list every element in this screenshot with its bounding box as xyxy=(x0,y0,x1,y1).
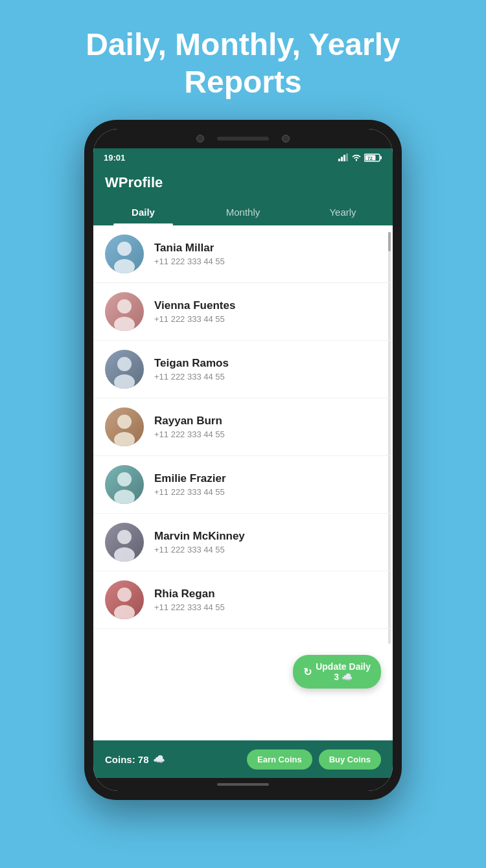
bottom-buttons: Earn Coins Buy Coins xyxy=(247,749,381,770)
contact-info: Teigan Ramos +11 222 333 44 55 xyxy=(154,357,381,382)
contact-list: Tania Millar +11 222 333 44 55 Vienna Fu… xyxy=(93,225,393,740)
home-indicator xyxy=(93,778,393,791)
avatar xyxy=(105,234,144,273)
svg-point-20 xyxy=(117,588,132,602)
avatar xyxy=(105,292,144,331)
update-daily-label: Update Daily 3 ☁️ xyxy=(316,661,371,682)
avatar xyxy=(105,407,144,446)
contact-name: Rayyan Burn xyxy=(154,415,381,428)
list-item[interactable]: Vienna Fuentes +11 222 333 44 55 xyxy=(93,283,393,341)
svg-point-14 xyxy=(117,415,132,429)
contact-name: Emilie Frazier xyxy=(154,472,381,485)
list-item[interactable]: Emilie Frazier +11 222 333 44 55 xyxy=(93,456,393,514)
contact-phone: +11 222 333 44 55 xyxy=(154,372,381,382)
tab-monthly[interactable]: Monthly xyxy=(193,199,293,225)
contact-info: Tania Millar +11 222 333 44 55 xyxy=(154,242,381,266)
tab-yearly[interactable]: Yearly xyxy=(293,199,393,225)
svg-point-19 xyxy=(114,547,135,562)
svg-point-16 xyxy=(117,472,132,486)
wifi-icon xyxy=(351,154,362,161)
svg-rect-2 xyxy=(343,155,345,161)
list-item[interactable]: Rayyan Burn +11 222 333 44 55 xyxy=(93,398,393,456)
svg-text:72: 72 xyxy=(367,156,373,161)
contact-info: Emilie Frazier +11 222 333 44 55 xyxy=(154,472,381,497)
list-item[interactable]: Marvin McKinney +11 222 333 44 55 xyxy=(93,514,393,571)
status-time: 19:01 xyxy=(104,153,125,163)
page-title: Daily, Monthly, YearlyReports xyxy=(47,0,439,120)
contact-name: Vienna Fuentes xyxy=(154,299,381,312)
avatar xyxy=(105,523,144,562)
contact-info: Marvin McKinney +11 222 333 44 55 xyxy=(154,530,381,554)
contact-phone: +11 222 333 44 55 xyxy=(154,429,381,439)
list-item[interactable]: Tania Millar +11 222 333 44 55 xyxy=(93,225,393,283)
app-bar: WProfile xyxy=(93,166,393,199)
svg-point-13 xyxy=(114,374,135,389)
svg-point-9 xyxy=(114,259,135,273)
svg-point-11 xyxy=(114,317,135,331)
tabs-container: Daily Monthly Yearly xyxy=(93,199,393,225)
contact-phone: +11 222 333 44 55 xyxy=(154,314,381,324)
phone-notch xyxy=(93,129,393,148)
battery-icon: 72 xyxy=(364,154,382,162)
app-title: WProfile xyxy=(105,174,163,191)
avatar xyxy=(105,580,144,619)
contact-name: Rhia Regan xyxy=(154,588,381,600)
camera-right-icon xyxy=(282,135,290,143)
tab-daily[interactable]: Daily xyxy=(93,199,193,225)
phone-mockup: 19:01 72 xyxy=(84,120,402,800)
status-icons: 72 xyxy=(338,154,382,162)
list-item[interactable]: Rhia Regan +11 222 333 44 55 xyxy=(93,571,393,629)
coins-label: Coins: 78 ☁️ xyxy=(105,753,165,765)
update-daily-button[interactable]: ↻ Update Daily 3 ☁️ xyxy=(293,655,381,689)
list-item[interactable]: Teigan Ramos +11 222 333 44 55 xyxy=(93,341,393,398)
svg-point-10 xyxy=(117,299,132,314)
contact-phone: +11 222 333 44 55 xyxy=(154,487,381,497)
refresh-icon: ↻ xyxy=(303,666,312,678)
contact-name: Teigan Ramos xyxy=(154,357,381,370)
svg-rect-5 xyxy=(380,156,382,159)
avatar xyxy=(105,350,144,389)
svg-rect-0 xyxy=(338,159,340,161)
buy-coins-button[interactable]: Buy Coins xyxy=(319,749,381,770)
svg-point-18 xyxy=(117,530,132,544)
contact-info: Rayyan Burn +11 222 333 44 55 xyxy=(154,415,381,439)
home-bar xyxy=(217,783,269,786)
contact-info: Rhia Regan +11 222 333 44 55 xyxy=(154,588,381,612)
bottom-bar: Coins: 78 ☁️ Earn Coins Buy Coins xyxy=(93,740,393,778)
signal-icon xyxy=(338,154,349,161)
contact-phone: +11 222 333 44 55 xyxy=(154,257,381,266)
contact-name: Tania Millar xyxy=(154,242,381,255)
camera-left-icon xyxy=(196,135,204,143)
svg-rect-1 xyxy=(341,157,343,161)
svg-point-8 xyxy=(117,242,132,256)
contact-phone: +11 222 333 44 55 xyxy=(154,602,381,612)
status-bar: 19:01 72 xyxy=(93,148,393,166)
avatar xyxy=(105,465,144,504)
svg-point-12 xyxy=(117,357,132,371)
speaker-bar xyxy=(217,137,269,141)
contact-phone: +11 222 333 44 55 xyxy=(154,545,381,554)
svg-point-21 xyxy=(114,605,135,619)
contact-name: Marvin McKinney xyxy=(154,530,381,543)
svg-rect-3 xyxy=(346,154,348,161)
contact-info: Vienna Fuentes +11 222 333 44 55 xyxy=(154,299,381,324)
earn-coins-button[interactable]: Earn Coins xyxy=(247,749,312,770)
svg-point-15 xyxy=(114,432,135,446)
svg-point-17 xyxy=(114,490,135,504)
